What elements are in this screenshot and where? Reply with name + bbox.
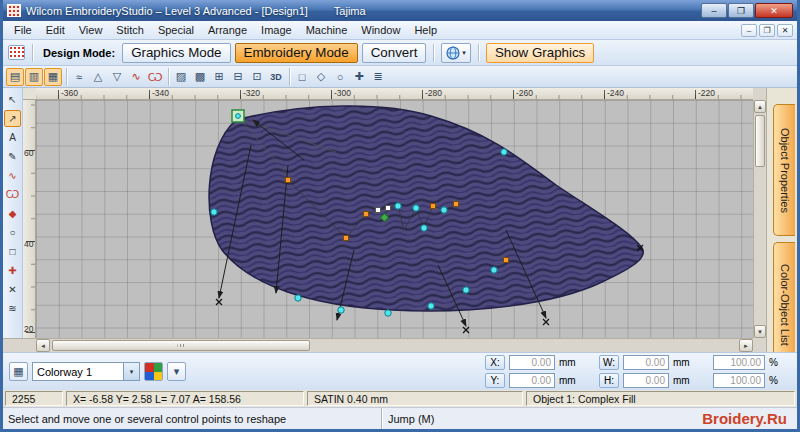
w-label: W: [599, 355, 619, 370]
docked-panel-tabs: Object Properties Color-Object List [766, 88, 797, 352]
menu-arrange[interactable]: Arrange [201, 21, 254, 39]
reshape-tool[interactable]: ↗ [4, 110, 21, 127]
toolbar-icon[interactable]: ▩ [191, 68, 209, 86]
scale-x-field[interactable]: 100.00 [713, 355, 765, 370]
delete-point-tool[interactable]: ✕ [4, 281, 21, 298]
tab-object-properties[interactable]: Object Properties [773, 104, 795, 236]
mdi-close-button[interactable]: ✕ [777, 24, 793, 37]
toolbar-icon[interactable]: ▨ [172, 68, 190, 86]
ellipse-tool[interactable]: ○ [4, 224, 21, 241]
show-graphics-button[interactable]: Show Graphics [486, 43, 594, 63]
graphics-mode-button[interactable]: Graphics Mode [122, 43, 230, 63]
stitch-edit-tool[interactable]: ≋ [4, 300, 21, 317]
scroll-up-icon[interactable]: ▲ [754, 100, 766, 113]
window-controls: – ❐ ✕ [701, 3, 793, 18]
titlebar: Wilcom EmbroideryStudio – Level 3 Advanc… [3, 0, 797, 21]
colorway-toolbar: ▦ Colorway 1 ▾ ▾ X: 0.00 mm W: 0.00 mm 1… [3, 352, 797, 390]
separator [433, 44, 434, 62]
design-canvas[interactable] [36, 100, 753, 338]
app-icon [7, 4, 21, 17]
menu-machine[interactable]: Machine [299, 21, 355, 39]
ruler-label: -220 [698, 88, 715, 98]
maximize-button[interactable]: ❐ [728, 3, 754, 18]
mdi-minimize-button[interactable]: – [741, 24, 757, 37]
toolbar-icon[interactable]: ≈ [70, 68, 88, 86]
toolbar-icon[interactable]: ⊟ [229, 68, 247, 86]
embroidery-mode-button[interactable]: Embroidery Mode [235, 43, 358, 63]
menu-stitch[interactable]: Stitch [109, 21, 151, 39]
fill-tool[interactable]: ◆ [4, 205, 21, 222]
separator [478, 44, 479, 62]
menu-help[interactable]: Help [407, 21, 444, 39]
thread-colors-icon[interactable] [144, 362, 163, 381]
satin-tool[interactable]: Ѡ [4, 186, 21, 203]
separator [32, 44, 33, 62]
pen-tool[interactable]: ✎ [4, 148, 21, 165]
menu-image[interactable]: Image [254, 21, 299, 39]
h-value-field[interactable]: 0.00 [623, 373, 669, 388]
palette-dropdown-icon[interactable]: ▾ [167, 362, 186, 381]
toolbar-icon[interactable]: ≣ [369, 68, 387, 86]
x-unit: mm [559, 357, 579, 368]
x-value-field[interactable]: 0.00 [509, 355, 555, 370]
menu-window[interactable]: Window [354, 21, 407, 39]
x-label: X: [485, 355, 505, 370]
toolbar-icon[interactable]: ⊡ [248, 68, 266, 86]
scroll-right-icon[interactable]: ► [739, 339, 753, 352]
horizontal-scrollbar[interactable]: ◄ ► [36, 338, 753, 352]
toolbar-icon[interactable]: ▤ [6, 68, 24, 86]
toolbar-icon[interactable]: ▽ [108, 68, 126, 86]
menu-special[interactable]: Special [151, 21, 201, 39]
mdi-controls: – ❐ ✕ [741, 24, 793, 37]
tab-color-object-list[interactable]: Color-Object List [773, 242, 795, 368]
design-canvas-area[interactable] [36, 100, 753, 338]
toolbar-icon[interactable]: ◇ [312, 68, 330, 86]
globe-icon [446, 46, 460, 60]
rectangle-tool[interactable]: □ [4, 243, 21, 260]
colorway-select[interactable]: Colorway 1 ▾ [32, 362, 140, 381]
vertical-scrollbar[interactable]: ▲ ▼ [753, 100, 766, 338]
ruler-corner [23, 88, 36, 100]
start-point-marker[interactable] [232, 110, 244, 122]
menu-view[interactable]: View [72, 21, 110, 39]
toolbar-icon[interactable]: ▥ [25, 68, 43, 86]
toolbar-icon[interactable]: △ [89, 68, 107, 86]
colorway-grid-icon[interactable]: ▦ [9, 362, 28, 381]
vertical-scroll-thumb[interactable] [755, 115, 765, 167]
mode-toolbar: Design Mode: Graphics Mode Embroidery Mo… [3, 40, 797, 66]
menubar: File Edit View Stitch Special Arrange Im… [3, 21, 797, 40]
scroll-down-icon[interactable]: ▼ [754, 325, 766, 338]
chevron-down-icon[interactable]: ▾ [123, 363, 139, 380]
add-point-tool[interactable]: ✚ [4, 262, 21, 279]
lettering-tool[interactable]: A [4, 129, 21, 146]
scroll-left-icon[interactable]: ◄ [36, 339, 50, 352]
horizontal-scroll-thumb[interactable] [52, 340, 310, 351]
percent-label: % [769, 357, 789, 368]
ruler-label: -300 [334, 88, 351, 98]
run-stitch-tool[interactable]: ∿ [4, 167, 21, 184]
y-value-field[interactable]: 0.00 [509, 373, 555, 388]
mdi-restore-button[interactable]: ❐ [759, 24, 775, 37]
toolbar-icon[interactable]: □ [293, 68, 311, 86]
close-button[interactable]: ✕ [755, 3, 793, 18]
scale-y-field[interactable]: 100.00 [713, 373, 765, 388]
h-unit: mm [673, 375, 693, 386]
menu-file[interactable]: File [7, 21, 39, 39]
design-mode-icon [8, 45, 25, 60]
toolbar-icon[interactable]: ▦ [44, 68, 62, 86]
toolbar-icon[interactable]: ○ [331, 68, 349, 86]
w-value-field[interactable]: 0.00 [623, 355, 669, 370]
minimize-button[interactable]: – [701, 3, 727, 18]
hint-text: Select and move one or several control p… [3, 413, 381, 425]
toolbar-icon-3d[interactable]: 3D [267, 68, 285, 86]
select-tool[interactable]: ↖ [4, 91, 21, 108]
separator [66, 68, 67, 86]
convert-button[interactable]: Convert [362, 43, 427, 63]
toolbar-icon[interactable]: ⊞ [210, 68, 228, 86]
menu-edit[interactable]: Edit [39, 21, 72, 39]
toolbar-icon[interactable]: ∿ [127, 68, 145, 86]
ruler-label: -340 [152, 88, 169, 98]
toolbar-icon[interactable]: Ѡ [146, 68, 164, 86]
hoop-globe-button[interactable]: ▾ [441, 43, 471, 63]
toolbar-icon[interactable]: ✚ [350, 68, 368, 86]
